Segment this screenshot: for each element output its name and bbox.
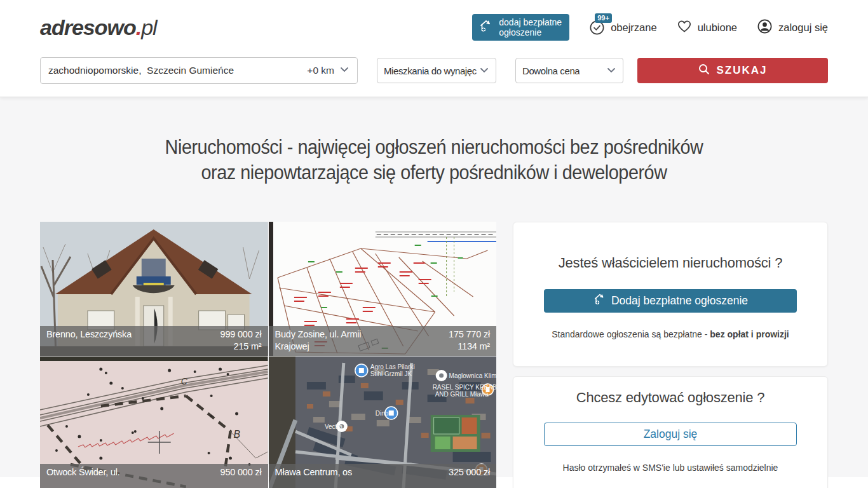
svg-text:Stihl Grzmil JK: Stihl Grzmil JK xyxy=(370,370,412,377)
listing-name: Budy Zosine, ul. Armii Krajowej xyxy=(275,329,390,353)
favorites-label: ulubione xyxy=(698,22,737,34)
location-search-box[interactable]: +0 km xyxy=(40,57,358,84)
user-icon xyxy=(756,18,773,37)
listings-grid: Brenno, Leszczyńska 999 000 zł215 m² xyxy=(40,222,496,488)
search-bar: +0 km Mieszkania do wynajęc Dowolna cena xyxy=(40,43,828,97)
logo-tld: pl xyxy=(141,15,156,39)
listing-caption: Brenno, Leszczyńska 999 000 zł215 m² xyxy=(40,326,268,356)
logo[interactable]: adresowo.pl xyxy=(40,15,157,40)
listing-name: Brenno, Leszczyńska xyxy=(46,329,132,353)
owner-card-title: Jesteś właścicielem nieruchomości ? xyxy=(544,255,797,271)
listing-card[interactable]: Brenno, Leszczyńska 999 000 zł215 m² xyxy=(40,222,268,356)
edit-card: Chcesz edytować ogłoszenie ? Zaloguj się… xyxy=(513,376,828,488)
svg-text:Dino: Dino xyxy=(375,410,388,417)
category-select[interactable]: Mieszkania do wynajęc xyxy=(377,58,496,83)
viewed-link[interactable]: 99+ obejrzane xyxy=(588,19,656,36)
listing-card[interactable]: Budy Zosine, ul. Armii Krajowej 175 770 … xyxy=(269,222,497,356)
heart-icon xyxy=(676,18,693,37)
listing-caption: Otwock Świder, ul. 950 000 zł xyxy=(40,464,268,488)
listing-price: 950 000 zł xyxy=(220,467,262,477)
price-value: Dowolna cena xyxy=(522,65,580,76)
price-select[interactable]: Dowolna cena xyxy=(515,58,623,83)
site-header: adresowo.pl dodaj bezpłatne ogłoszenie xyxy=(0,0,868,97)
check-circle-icon: 99+ xyxy=(588,19,606,36)
sidebar: Jesteś właścicielem nieruchomości ? Doda… xyxy=(513,222,828,488)
listing-price: 175 770 zł xyxy=(449,329,490,339)
listing-area: 215 m² xyxy=(234,341,262,351)
location-input[interactable] xyxy=(48,65,307,76)
login-link[interactable]: zaloguj się xyxy=(756,18,828,37)
listing-caption: Mława Centrum, os 325 000 zł xyxy=(269,464,497,488)
viewed-label: obejrzane xyxy=(611,22,656,34)
listing-area: 1134 m² xyxy=(458,341,490,351)
add-free-listing-button[interactable]: Dodaj bezpłatne ogłoszenie xyxy=(544,289,797,313)
listing-name: Otwock Świder, ul. xyxy=(46,466,120,487)
chevron-down-icon xyxy=(479,65,489,77)
chevron-down-icon xyxy=(339,64,349,77)
edit-card-note: Hasło otrzymałeś w SMS'ie lub ustawiłeś … xyxy=(544,463,797,473)
radius-selector[interactable]: +0 km xyxy=(307,64,349,77)
listing-caption: Budy Zosine, ul. Armii Krajowej 175 770 … xyxy=(269,326,497,356)
add-listing-line1: dodaj bezpłatne xyxy=(499,17,562,27)
svg-text:Vectra: Vectra xyxy=(324,423,342,430)
svg-text:Agro Las Pilarki: Agro Las Pilarki xyxy=(370,363,414,370)
listing-card[interactable]: Agro Las Pilarki Stihl Grzmil JK Maglown… xyxy=(269,356,497,488)
owner-card: Jesteś właścicielem nieruchomości ? Doda… xyxy=(513,222,828,367)
svg-text:Maglownica Klimek: Maglownica Klimek xyxy=(449,372,496,379)
search-button[interactable]: SZUKAJ xyxy=(637,58,828,83)
login-button-label: Zaloguj się xyxy=(644,428,698,441)
viewed-count-badge: 99+ xyxy=(595,13,612,23)
favorites-link[interactable]: ulubione xyxy=(676,18,737,37)
svg-text:B: B xyxy=(234,429,241,440)
edit-card-title: Chcesz edytować ogłoszenie ? xyxy=(544,390,797,406)
house-add-icon xyxy=(478,18,494,36)
radius-value: +0 km xyxy=(307,65,334,76)
search-button-label: SZUKAJ xyxy=(716,64,767,77)
logo-name: adresowo xyxy=(40,15,136,39)
svg-text:RASEL SPICY KEBAB: RASEL SPICY KEBAB xyxy=(432,384,496,391)
category-value: Mieszkania do wynajęc xyxy=(384,65,477,76)
login-label: zaloguj się xyxy=(778,22,828,34)
listing-card[interactable]: B C Otwock Świder, ul. 950 000 zł xyxy=(40,356,268,488)
page-title: Nieruchomości - najwięcej ogłoszeń nieru… xyxy=(67,97,800,186)
house-add-icon xyxy=(593,292,607,309)
listing-name: Mława Centrum, os xyxy=(275,466,353,487)
svg-text:AND GRILL Mława: AND GRILL Mława xyxy=(435,391,488,398)
search-icon xyxy=(698,63,710,79)
listing-price: 999 000 zł xyxy=(220,329,262,339)
owner-card-note: Standardowe ogłoszenia są bezpłatne - be… xyxy=(544,329,797,339)
chevron-down-icon xyxy=(606,65,616,77)
add-free-listing-label: Dodaj bezpłatne ogłoszenie xyxy=(611,294,748,308)
add-listing-line2: ogłoszenie xyxy=(499,27,541,37)
login-button[interactable]: Zaloguj się xyxy=(544,423,797,446)
logo-dot: . xyxy=(136,15,141,39)
listing-price: 325 000 zł xyxy=(449,467,490,477)
svg-text:C: C xyxy=(181,376,188,386)
add-listing-button[interactable]: dodaj bezpłatne ogłoszenie xyxy=(472,14,569,41)
